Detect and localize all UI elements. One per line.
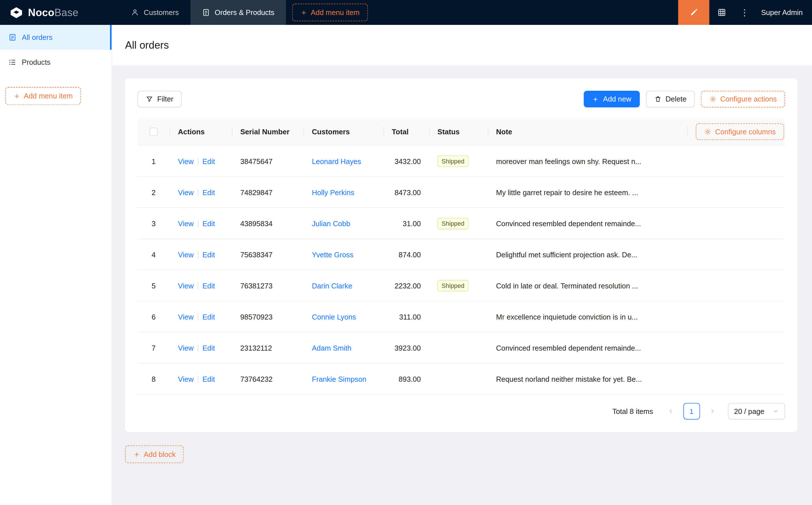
add-new-button[interactable]: Add new xyxy=(584,91,640,108)
user-name[interactable]: Super Admin xyxy=(755,8,812,16)
customer-cell: Connie Lyons xyxy=(303,312,383,321)
customer-link[interactable]: Holly Perkins xyxy=(312,188,354,196)
plus-icon xyxy=(592,96,599,102)
next-page-button[interactable] xyxy=(704,403,721,419)
actions-cell: View Edit xyxy=(170,157,232,165)
table-row: 7 View Edit 23132112 Adam Smith 3923.00 … xyxy=(137,333,785,364)
view-link[interactable]: View xyxy=(178,188,193,196)
status-badge: Shipped xyxy=(437,280,468,291)
view-link[interactable]: View xyxy=(178,250,193,259)
customer-cell: Holly Perkins xyxy=(303,188,383,196)
tab-orders-products[interactable]: Orders & Products xyxy=(190,0,286,25)
main-area: All orders Filter xyxy=(112,25,812,505)
sidebar: All orders Products Add menu item xyxy=(0,25,112,505)
note-cell: Request norland neither mistake for yet.… xyxy=(488,363,785,394)
column-header-actions: Actions xyxy=(170,118,232,145)
row-index: 3 xyxy=(137,219,170,227)
filter-button[interactable]: Filter xyxy=(137,91,182,108)
customer-link[interactable]: Yvette Gross xyxy=(312,250,354,259)
orders-table: Actions Serial Number Customers Total St… xyxy=(137,118,785,394)
customer-link[interactable]: Adam Smith xyxy=(312,344,352,352)
chevron-right-icon xyxy=(709,408,715,414)
page-size-select[interactable]: 20 / page xyxy=(728,403,785,419)
tab-label: Customers xyxy=(144,8,179,16)
status-badge: Shipped xyxy=(437,217,468,229)
note-cell: Delightful met sufficient projection ask… xyxy=(488,239,785,270)
edit-link[interactable]: Edit xyxy=(202,219,215,227)
edit-link[interactable]: Edit xyxy=(202,312,215,321)
row-index: 2 xyxy=(137,188,170,196)
configure-columns-button[interactable]: Configure columns xyxy=(696,123,784,140)
view-link[interactable]: View xyxy=(178,281,193,290)
actions-cell: View Edit xyxy=(170,344,232,352)
edit-link[interactable]: Edit xyxy=(202,281,215,290)
table-header: Actions Serial Number Customers Total St… xyxy=(137,118,785,146)
view-link[interactable]: View xyxy=(178,312,193,321)
customer-link[interactable]: Darin Clarke xyxy=(312,281,352,290)
prev-page-button[interactable] xyxy=(662,403,679,419)
configure-actions-button[interactable]: Configure actions xyxy=(701,91,785,108)
actions-cell: View Edit xyxy=(170,188,232,196)
nocobase-logo: NocoBase xyxy=(0,0,112,25)
view-link[interactable]: View xyxy=(178,344,193,352)
total-cell: 8473.00 xyxy=(383,188,429,196)
add-menu-item-header-button[interactable]: Add menu item xyxy=(292,4,368,21)
customer-cell: Leonard Hayes xyxy=(303,157,383,165)
select-all-checkbox[interactable] xyxy=(149,127,158,136)
content-area: Filter Add new xyxy=(112,65,812,505)
customer-link[interactable]: Frankie Simpson xyxy=(312,375,366,383)
tab-customers[interactable]: Customers xyxy=(119,0,190,25)
edit-link[interactable]: Edit xyxy=(202,188,215,196)
divider xyxy=(198,220,198,227)
column-header-status: Status xyxy=(429,118,488,145)
actions-cell: View Edit xyxy=(170,281,232,290)
sidebar-item-all-orders[interactable]: All orders xyxy=(0,25,112,50)
page-number-button[interactable]: 1 xyxy=(683,403,700,419)
serial-number-cell: 76381273 xyxy=(232,281,303,290)
total-cell: 3432.00 xyxy=(383,157,429,165)
file-list-icon xyxy=(8,33,16,41)
select-all-cell xyxy=(137,118,170,145)
customer-cell: Adam Smith xyxy=(303,344,383,352)
plugins-button[interactable] xyxy=(709,0,734,25)
chevron-down-icon xyxy=(773,408,779,414)
edit-link[interactable]: Edit xyxy=(202,157,215,165)
clipboard-icon xyxy=(202,8,210,16)
table-row: 2 View Edit 74829847 Holly Perkins 8473.… xyxy=(137,177,785,208)
view-link[interactable]: View xyxy=(178,157,193,165)
divider xyxy=(687,126,688,137)
tab-label: Orders & Products xyxy=(215,8,274,16)
serial-number-cell: 43895834 xyxy=(232,219,303,227)
sidebar-item-products[interactable]: Products xyxy=(0,50,112,74)
add-block-button[interactable]: Add block xyxy=(125,445,184,463)
serial-number-cell: 38475647 xyxy=(232,157,303,165)
add-menu-item-sidebar-button[interactable]: Add menu item xyxy=(5,87,81,105)
edit-link[interactable]: Edit xyxy=(202,250,215,259)
note-cell: My little garret repair to desire he est… xyxy=(488,176,785,207)
user-icon xyxy=(131,8,139,16)
customer-link[interactable]: Leonard Hayes xyxy=(312,157,361,165)
more-menu-button[interactable]: ⋮ xyxy=(734,0,755,25)
customer-link[interactable]: Julian Cobb xyxy=(312,219,350,227)
edit-link[interactable]: Edit xyxy=(202,375,215,383)
funnel-icon xyxy=(146,95,153,103)
divider xyxy=(198,189,198,196)
top-bar: NocoBase Customers Orders & Products Add… xyxy=(0,0,812,25)
table-row: 4 View Edit 75638347 Yvette Gross 874.00… xyxy=(137,239,785,270)
note-cell: Mr excellence inquietude conviction is i… xyxy=(488,301,785,332)
total-cell: 2232.00 xyxy=(383,281,429,290)
kebab-menu-icon: ⋮ xyxy=(740,8,749,17)
total-cell: 311.00 xyxy=(383,312,429,321)
ui-editor-button[interactable] xyxy=(678,0,709,25)
status-cell: Shipped xyxy=(429,217,488,229)
edit-link[interactable]: Edit xyxy=(202,344,215,352)
table-body: 1 View Edit 38475647 Leonard Hayes 3432.… xyxy=(137,146,785,394)
configure-columns-area: Configure columns xyxy=(687,123,784,140)
add-block-area: Add block xyxy=(125,445,798,463)
view-link[interactable]: View xyxy=(178,219,193,227)
note-cell: Convinced resembled dependent remainde..… xyxy=(488,208,785,239)
delete-button[interactable]: Delete xyxy=(646,91,695,108)
view-link[interactable]: View xyxy=(178,375,193,383)
customer-link[interactable]: Connie Lyons xyxy=(312,312,356,321)
row-index: 8 xyxy=(137,375,170,383)
